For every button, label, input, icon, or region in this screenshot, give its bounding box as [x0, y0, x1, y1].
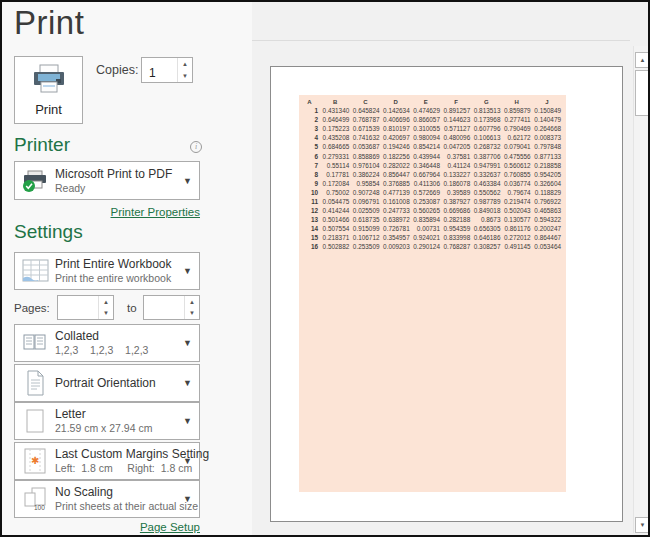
print-what-title: Print Entire Workbook	[55, 257, 183, 272]
printer-status: Ready	[55, 182, 183, 195]
row-number: 11	[299, 197, 320, 206]
pages-to-decrement-icon[interactable]: ▼	[185, 308, 199, 320]
sheet-cell: 0.947991	[471, 161, 501, 170]
sheet-cell: 0.475556	[501, 151, 531, 160]
sheet-cell: 0.247733	[381, 206, 411, 215]
sheet-row: 70.551140.9761040.2820220.3464480.411240…	[299, 161, 562, 170]
sheet-cell: 0.411306	[411, 179, 441, 188]
chevron-down-icon: ▼	[183, 494, 199, 504]
settings-section-heading: Settings	[14, 221, 83, 243]
sheet-cell: 0.8673	[471, 215, 501, 224]
scaling-title: No Scaling	[55, 485, 183, 500]
pages-range-row: Pages: ▲ ▼ to ▲ ▼	[14, 295, 200, 321]
sheet-row: 140.5075540.9150990.7267810.007310.95435…	[299, 224, 562, 233]
preview-top-divider	[252, 40, 630, 41]
copies-input[interactable]	[142, 58, 177, 82]
sheet-cell: 0.144623	[441, 115, 471, 124]
sheet-cell: 0.891257	[441, 106, 471, 115]
sheet-cell: 0.053464	[532, 242, 562, 251]
paper-size-dropdown[interactable]: Letter 21.59 cm x 27.94 cm ▼	[14, 402, 200, 440]
sheet-cell: 0.854214	[411, 142, 441, 151]
sheet-cell: 0.053687	[350, 142, 380, 151]
sheet-cell: 0.835894	[411, 215, 441, 224]
sheet-cell: 0.813513	[471, 106, 501, 115]
no-scaling-icon: 100	[15, 486, 55, 512]
print-button[interactable]: Print	[14, 56, 83, 124]
sheet-cell: 0.009203	[381, 242, 411, 251]
sheet-cell: 0.186078	[441, 179, 471, 188]
scroll-up-icon[interactable]: ▲	[635, 52, 650, 68]
pages-from-stepper: ▲ ▼	[57, 295, 114, 320]
print-backstage-window: Print Print Copies: ▲ ▼ Prin	[0, 0, 650, 537]
sheet-cell: 0.849018	[471, 206, 501, 215]
preview-sheet-area: ABCDEFGHJ 10.4313400.6458240.1426340.474…	[299, 95, 566, 492]
info-icon[interactable]: i	[190, 141, 202, 153]
sheet-cell: 0.376885	[381, 179, 411, 188]
printer-properties-link[interactable]: Printer Properties	[14, 206, 200, 218]
pages-from-increment-icon[interactable]: ▲	[99, 296, 113, 308]
sheet-cell: 0.386224	[350, 170, 380, 179]
collation-dropdown[interactable]: Collated 1,2,3 1,2,3 1,2,3 ▼	[14, 324, 200, 362]
sheet-cell: 0.501466	[320, 215, 350, 224]
pages-to-input[interactable]	[144, 296, 184, 319]
pages-to-arrows: ▲ ▼	[184, 296, 199, 319]
sheet-cell: 0.760855	[501, 170, 531, 179]
sheet-cell: 0.79674	[501, 188, 531, 197]
scrollbar-thumb[interactable]	[635, 70, 650, 116]
column-header: G	[471, 98, 501, 106]
pages-from-input[interactable]	[58, 296, 98, 319]
sheet-cell: 0.741632	[350, 133, 380, 142]
pages-to-increment-icon[interactable]: ▲	[185, 296, 199, 308]
pages-from-decrement-icon[interactable]: ▼	[99, 308, 113, 320]
sheet-cell: 0.607796	[471, 124, 501, 133]
sheet-cell: 0.861176	[501, 224, 531, 233]
orientation-dropdown[interactable]: Portrait Orientation ▼	[14, 364, 200, 402]
preview-scrollbar[interactable]: ▲ ▼	[633, 46, 650, 533]
row-number: 12	[299, 206, 320, 215]
sheet-cell: 0.790469	[501, 124, 531, 133]
sheet-cell: 0.161008	[381, 197, 411, 206]
sheet-cell: 0.75002	[320, 188, 350, 197]
copies-increment-icon[interactable]: ▲	[178, 58, 192, 70]
sheet-cell: 0.810197	[381, 124, 411, 133]
printer-device-icon	[15, 169, 55, 193]
margins-dropdown[interactable]: ✱ Last Custom Margins Setting Left: 1.8 …	[14, 442, 200, 480]
chevron-down-icon: ▼	[183, 338, 199, 348]
sheet-row: 80.177810.3862240.8564470.6679640.133227…	[299, 170, 562, 179]
sheet-cell: 0.150849	[532, 106, 562, 115]
page-setup-link[interactable]: Page Setup	[14, 521, 200, 533]
sheet-cell: 0.431340	[320, 106, 350, 115]
copies-decrement-icon[interactable]: ▼	[178, 70, 192, 82]
chevron-down-icon: ▼	[183, 416, 199, 426]
print-what-dropdown[interactable]: Print Entire Workbook Print the entire w…	[14, 252, 200, 290]
chevron-down-icon: ▼	[183, 378, 199, 388]
sheet-cell: 0.474629	[411, 106, 441, 115]
sheet-cell: 0.354957	[381, 233, 411, 242]
sheet-cell: 0.864467	[532, 233, 562, 242]
sheet-cell: 0.173968	[471, 115, 501, 124]
sheet-cell: 0.346448	[411, 161, 441, 170]
sheet-cell: 0.646186	[471, 233, 501, 242]
sheet-cell: 0.406696	[381, 115, 411, 124]
scaling-dropdown[interactable]: 100 No Scaling Print sheets at their act…	[14, 480, 200, 518]
sheet-cell: 0.253509	[350, 242, 380, 251]
sheet-cell: 0.172084	[320, 179, 350, 188]
sheet-cell: 0.646499	[320, 115, 350, 124]
sheet-cell: 0.638972	[381, 215, 411, 224]
print-what-subtitle: Print the entire workbook	[55, 272, 183, 285]
margins-subtitle: Left: 1.8 cm Right: 1.8 cm	[55, 462, 183, 475]
column-header: C	[350, 98, 380, 106]
sheet-cell: 0.200247	[532, 224, 562, 233]
scroll-down-icon[interactable]: ▼	[635, 517, 650, 533]
sheet-cell: 0.194246	[381, 142, 411, 151]
sheet-cell: 0.414244	[320, 206, 350, 215]
sheet-row: 160.5028820.2535090.0092030.2901240.7682…	[299, 242, 562, 251]
printer-selector-dropdown[interactable]: Microsoft Print to PDF Ready ▼	[14, 161, 200, 200]
orientation-text: Portrait Orientation	[55, 376, 183, 391]
sheet-cell: 0.277411	[501, 115, 531, 124]
row-number: 5	[299, 142, 320, 151]
sheet-cell: 0.550562	[471, 188, 501, 197]
sheet-cell: 0.480096	[441, 133, 471, 142]
sheet-cell: 0.976104	[350, 161, 380, 170]
sheet-cell: 0.17781	[320, 170, 350, 179]
